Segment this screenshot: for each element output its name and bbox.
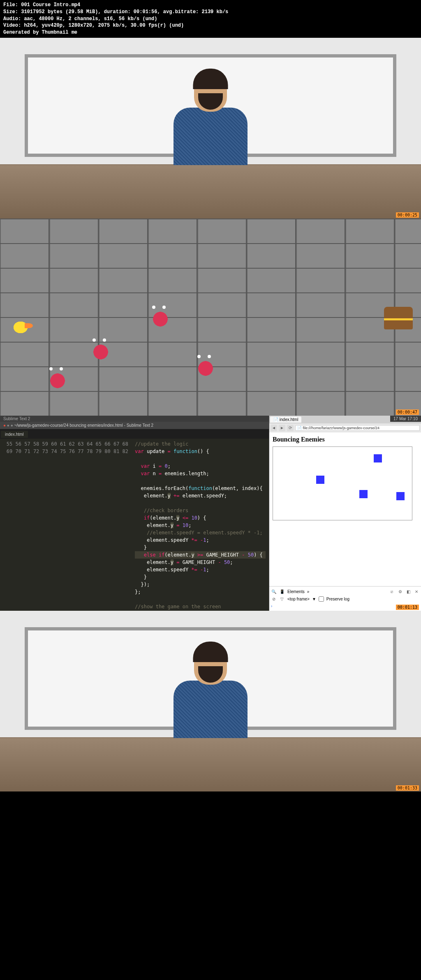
more-tabs[interactable]: » — [307, 589, 310, 594]
enemy-square — [374, 454, 382, 462]
video-info: Video: h264, yuv420p, 1280x720, 2075 kb/… — [3, 22, 418, 29]
duck-sprite — [8, 317, 33, 338]
file-info: File: 001 Course Intro.mp4 — [3, 2, 418, 9]
settings-icon[interactable]: ⚙ — [397, 589, 403, 595]
crab-sprite — [88, 342, 113, 362]
clock: 17 Mar 17:10 — [393, 416, 418, 421]
filter-icon[interactable]: ▽ — [279, 596, 285, 602]
desk — [0, 165, 421, 219]
thumbnail-frame-2: 00:00:47 — [0, 219, 421, 416]
forward-button[interactable]: ► — [279, 425, 285, 431]
close-icon[interactable]: ✕ — [414, 589, 419, 595]
clear-icon[interactable]: ⊘ — [271, 596, 277, 602]
enemy-square — [316, 476, 324, 484]
crab-sprite — [45, 370, 70, 391]
url-bar[interactable]: ◄ ► ⟳ 📄 file:///home/fariazz/www/js-game… — [269, 423, 421, 432]
preserve-log-label: Preserve log — [326, 597, 349, 601]
code-editor: Sublime Text 2 ● ● ● ~/www/js-gamedev-co… — [0, 416, 269, 611]
elements-tab[interactable]: Elements — [287, 589, 305, 594]
desk — [0, 738, 421, 791]
editor-tabs[interactable]: index.html — [0, 429, 269, 439]
preserve-log-checkbox[interactable] — [319, 596, 324, 602]
browser-tab[interactable]: 📄 index.html — [270, 416, 301, 423]
thumbnail-frame-4: 00:01:33 — [0, 611, 421, 791]
crab-sprite — [148, 309, 173, 329]
system-menu: 17 Mar 17:10 — [390, 416, 421, 422]
instructor — [169, 644, 252, 750]
video-metadata-header: File: 001 Course Intro.mp4 Size: 3101795… — [0, 0, 421, 38]
thumbnail-frame-1: 00:00:25 — [0, 38, 421, 219]
code-content[interactable]: //update the logic var update = function… — [132, 439, 269, 611]
browser-preview: 📄 index.html ◄ ► ⟳ 📄 file:///home/fariaz… — [269, 416, 421, 611]
line-gutter: 55 56 57 58 59 60 61 62 63 64 65 66 67 6… — [0, 439, 132, 611]
file-tab[interactable]: index.html — [1, 431, 28, 438]
frame-dropdown-icon[interactable]: ▼ — [312, 597, 316, 601]
app-title: Sublime Text 2 — [0, 416, 269, 422]
treasure-chest-sprite — [384, 307, 413, 329]
device-icon[interactable]: 📱 — [279, 589, 285, 595]
crab-sprite — [193, 358, 218, 379]
inspect-icon[interactable]: 🔍 — [271, 589, 277, 595]
console-icon[interactable]: ⎚ — [389, 589, 395, 595]
timestamp-1: 00:00:25 — [396, 212, 419, 218]
timestamp-4: 00:01:33 — [396, 785, 419, 791]
thumbnail-frame-3: Sublime Text 2 ● ● ● ~/www/js-gamedev-co… — [0, 416, 421, 611]
game-background — [0, 219, 421, 416]
page-content: Bouncing Enemies — [269, 432, 421, 586]
window-title[interactable]: ● ● ● ~/www/js-gamedev-course/24 bouncin… — [0, 422, 269, 429]
page-heading: Bouncing Enemies — [273, 436, 418, 443]
instructor — [169, 71, 252, 177]
enemy-square — [396, 492, 405, 500]
back-button[interactable]: ◄ — [271, 425, 277, 431]
console-prompt-icon: › — [271, 604, 272, 608]
size-info: Size: 31017952 bytes (29.58 MiB), durati… — [3, 9, 418, 16]
timestamp-2: 00:00:47 — [396, 409, 419, 415]
generator-info: Generated by Thumbnail me — [3, 29, 418, 36]
enemy-square — [359, 490, 368, 498]
dock-icon[interactable]: ◧ — [405, 589, 411, 595]
frame-selector[interactable]: <top frame> — [287, 597, 310, 601]
reload-button[interactable]: ⟳ — [287, 425, 294, 431]
timestamp-3: 00:01:13 — [396, 605, 419, 610]
address-input[interactable]: 📄 file:///home/fariazz/www/js-gamedev-co… — [295, 425, 420, 431]
audio-info: Audio: aac, 48000 Hz, 2 channels, s16, 5… — [3, 16, 418, 23]
game-canvas[interactable] — [273, 446, 412, 520]
